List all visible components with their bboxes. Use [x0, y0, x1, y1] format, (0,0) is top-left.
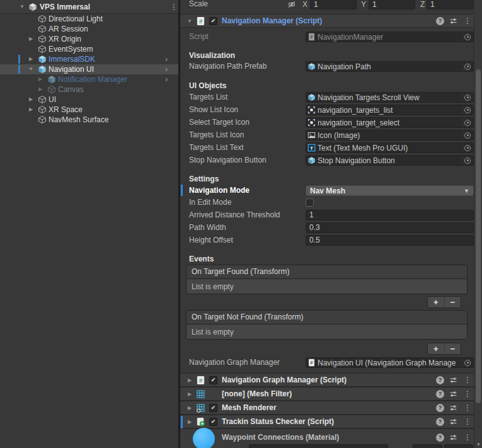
component-header-navigation-manager[interactable]: ▼ # ✔ Navigation Manager (Script) ? ⋮: [180, 14, 474, 28]
hierarchy-item-xr-space[interactable]: ▶ XR Space: [0, 105, 178, 115]
nav-path-prefab-field[interactable]: Navigation Path: [306, 61, 474, 72]
help-icon[interactable]: ?: [436, 390, 444, 398]
shader-button-partial[interactable]: [413, 444, 442, 448]
arrived-distance-threshold-input[interactable]: 1: [306, 210, 474, 221]
stop-navigation-button-field[interactable]: Stop Navigation Button: [306, 155, 474, 166]
hierarchy-item-eventsystem[interactable]: EventSystem: [0, 44, 178, 54]
targets-list-field[interactable]: Navigation Targets Scroll View: [306, 92, 474, 103]
help-icon[interactable]: ?: [436, 404, 444, 412]
csharp-script-icon: #: [196, 16, 205, 26]
hierarchy-item-navigation-ui[interactable]: ▼ Navigation UI ›: [0, 64, 178, 74]
navigation-mode-dropdown[interactable]: Nav Mesh ▼: [306, 185, 474, 196]
object-picker-icon[interactable]: [462, 62, 472, 71]
component-kebab-menu-icon[interactable]: ⋮: [464, 389, 471, 399]
presets-icon[interactable]: [449, 17, 457, 25]
object-picker-icon[interactable]: [462, 118, 472, 127]
scale-z-input[interactable]: 1: [427, 0, 473, 9]
foldout-closed-icon[interactable]: ▶: [37, 74, 43, 84]
height-offset-input[interactable]: 0.5: [306, 235, 474, 246]
component-header-trackin-status-checker[interactable]: ▶ + ✔ Trackin Status Checker (Script) ? …: [180, 415, 474, 428]
shader-field-partial[interactable]: [249, 444, 388, 448]
targets-list-text-field[interactable]: T Text (Text Mesh Pro UGUI): [306, 142, 474, 153]
component-kebab-menu-icon[interactable]: ⋮: [464, 16, 471, 26]
presets-icon[interactable]: [449, 434, 457, 442]
object-picker-icon[interactable]: [462, 93, 472, 101]
unlinked-scale-icon[interactable]: [287, 0, 296, 9]
component-kebab-menu-icon[interactable]: ⋮: [464, 417, 471, 427]
object-picker-icon[interactable]: [462, 33, 472, 41]
targets-list-label: Targets List: [189, 92, 227, 103]
shader-button-partial[interactable]: [444, 444, 473, 448]
in-edit-mode-checkbox[interactable]: [306, 198, 314, 207]
component-header-mesh-filter[interactable]: ▶ [none] (Mesh Filter) ? ⋮: [180, 387, 474, 401]
presets-icon[interactable]: [449, 390, 457, 398]
inspector-scrollbar[interactable]: ▼: [474, 0, 482, 448]
remove-event-button[interactable]: −: [444, 343, 461, 354]
component-kebab-menu-icon[interactable]: ⋮: [464, 403, 471, 413]
object-picker-icon[interactable]: [462, 131, 472, 139]
material-preview-sphere[interactable]: [193, 428, 215, 448]
scrollbar-thumb[interactable]: [476, 69, 481, 403]
material-kebab-menu-icon[interactable]: ⋮: [464, 433, 471, 442]
foldout-closed-icon[interactable]: ▶: [186, 376, 193, 386]
component-header-navigation-graph-manager[interactable]: ▶ # ✔ Navigation Graph Manager (Script) …: [180, 373, 474, 387]
hierarchy-item-ui[interactable]: ▶ UI: [0, 95, 178, 105]
foldout-open-icon[interactable]: ▼: [19, 2, 25, 12]
foldout-closed-icon[interactable]: ▶: [28, 54, 34, 64]
script-object-field[interactable]: # NavigationManager: [306, 32, 474, 42]
show-list-icon-field[interactable]: navigation_targets_list: [306, 105, 474, 115]
prefab-open-arrow-icon[interactable]: ›: [165, 64, 168, 74]
hierarchy-root-row[interactable]: ▼ VPS Immersal ⋮: [0, 0, 178, 14]
navigation-graph-manager-field[interactable]: # Navigation UI (Navigation Graph Manage: [306, 357, 474, 368]
hierarchy-item-ar-session[interactable]: AR Session: [0, 24, 178, 34]
gameobject-cube-icon: [38, 25, 47, 33]
prefab-open-arrow-icon[interactable]: ›: [165, 74, 168, 84]
remove-event-button[interactable]: −: [444, 297, 461, 307]
presets-icon[interactable]: [449, 404, 457, 412]
foldout-closed-icon[interactable]: ▶: [186, 403, 193, 413]
hierarchy-item-navmesh-surface[interactable]: NavMesh Surface: [0, 115, 178, 125]
foldout-closed-icon[interactable]: ▶: [28, 95, 34, 105]
scale-y-input[interactable]: 1: [369, 0, 415, 9]
foldout-open-icon[interactable]: ▼: [186, 16, 193, 26]
object-picker-icon[interactable]: [462, 144, 472, 152]
help-icon[interactable]: ?: [436, 418, 444, 426]
presets-icon[interactable]: [449, 376, 457, 384]
object-picker-icon[interactable]: [462, 156, 472, 164]
help-icon[interactable]: ?: [436, 376, 444, 384]
object-picker-icon[interactable]: [462, 359, 472, 367]
component-enabled-checkbox[interactable]: ✔: [209, 17, 217, 25]
foldout-closed-icon[interactable]: ▶: [186, 389, 193, 399]
scale-x-input[interactable]: 1: [310, 0, 357, 9]
hierarchy-item-canvas[interactable]: ▶ Canvas: [0, 84, 178, 95]
component-enabled-checkbox[interactable]: ✔: [209, 418, 217, 426]
foldout-closed-icon[interactable]: ▶: [28, 105, 34, 115]
hierarchy-item-notification-manager[interactable]: ▶ Notification Manager ›: [0, 74, 178, 84]
foldout-closed-icon[interactable]: ▶: [37, 84, 43, 95]
foldout-open-icon[interactable]: ▼: [28, 64, 34, 74]
component-header-mesh-renderer[interactable]: ▶ ✔ Mesh Renderer ? ⋮: [180, 401, 474, 415]
hierarchy-item-directional-light[interactable]: Directional Light: [0, 14, 178, 24]
on-target-not-found-event: On Target Not Found (Transform) List is …: [186, 310, 468, 340]
component-enabled-checkbox[interactable]: ✔: [209, 404, 217, 412]
add-event-button[interactable]: +: [428, 343, 444, 354]
component-kebab-menu-icon[interactable]: ⋮: [464, 376, 471, 385]
script-asset-icon: #: [307, 359, 316, 367]
path-width-input[interactable]: 0.3: [306, 222, 474, 233]
object-picker-icon[interactable]: [462, 106, 472, 114]
component-enabled-checkbox[interactable]: ✔: [209, 376, 217, 384]
help-icon[interactable]: ?: [436, 434, 444, 442]
scrollbar-down-arrow-icon[interactable]: ▼: [474, 442, 482, 447]
hierarchy-kebab-menu-icon[interactable]: ⋮: [170, 3, 178, 11]
prefab-open-arrow-icon[interactable]: ›: [165, 54, 168, 64]
help-icon[interactable]: ?: [436, 17, 444, 25]
select-target-icon-field[interactable]: navigation_target_select: [306, 117, 474, 128]
hierarchy-item-immersalsdk[interactable]: ▶ ImmersalSDK ›: [0, 54, 178, 64]
hierarchy-item-xr-origin[interactable]: ▶ XR Origin: [0, 34, 178, 44]
prefab-cube-icon: [307, 156, 316, 164]
foldout-closed-icon[interactable]: ▶: [28, 34, 34, 44]
add-event-button[interactable]: +: [428, 297, 444, 307]
foldout-closed-icon[interactable]: ▶: [186, 417, 193, 427]
targets-list-icon-field[interactable]: Icon (Image): [306, 130, 474, 141]
presets-icon[interactable]: [449, 418, 457, 426]
